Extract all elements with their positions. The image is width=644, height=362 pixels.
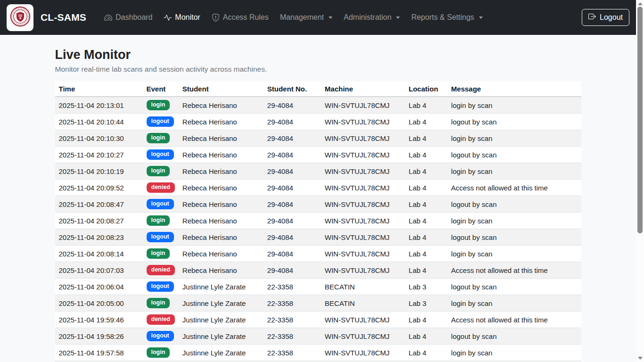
cell-machine: WIN-SVTUJL78CMJ [321, 213, 405, 229]
cell-student: Rebeca Herisano [179, 180, 264, 196]
cell-event: logout [143, 328, 179, 345]
chevron-down-icon [396, 16, 400, 19]
cell-event: login [143, 130, 179, 147]
table-row: 2025-11-04 20:08:27loginRebeca Herisano2… [55, 213, 581, 229]
table-row: 2025-11-04 19:57:58loginJustinne Lyle Za… [55, 345, 581, 361]
activity-icon [164, 14, 172, 22]
cell-time: 2025-11-04 20:08:23 [55, 229, 143, 246]
table-row: 2025-11-04 20:08:23logoutRebeca Herisano… [55, 229, 581, 246]
col-header-location: Location [405, 82, 447, 97]
cell-message: login by scan [447, 213, 581, 229]
table-row: 2025-11-04 20:10:30loginRebeca Herisano2… [55, 130, 581, 147]
page-title: Live Monitor [55, 47, 581, 62]
cell-time: 2025-11-04 20:08:27 [55, 213, 143, 229]
cell-location: Lab 4 [405, 196, 447, 213]
cell-location: Lab 4 [405, 262, 447, 279]
table-row: 2025-11-04 20:10:44logoutRebeca Herisano… [55, 114, 581, 130]
event-badge-logout: logout [147, 232, 174, 242]
chevron-down-icon [479, 16, 483, 19]
cell-student: Rebeca Herisano [179, 114, 264, 130]
cell-time: 2025-11-04 20:10:30 [55, 130, 143, 147]
cell-machine: WIN-SVTUJL78CMJ [321, 163, 405, 180]
cell-machine: WIN-SVTUJL78CMJ [321, 147, 405, 163]
cell-machine: WIN-SVTUJL78CMJ [321, 229, 405, 246]
cell-event: login [143, 97, 179, 114]
vertical-scrollbar[interactable] [636, 0, 644, 362]
cell-location: Lab 4 [405, 180, 447, 196]
event-badge-logout: logout [147, 281, 174, 292]
cell-student-no: 22-3358 [264, 312, 321, 328]
cell-student-no: 29-4084 [264, 130, 321, 147]
col-header-student: Student [179, 82, 264, 97]
cell-student: Justinne Lyle Zarate [179, 345, 264, 361]
cell-location: Lab 4 [405, 147, 447, 163]
cell-student-no: 29-4084 [264, 196, 321, 213]
cell-time: 2025-11-04 20:10:44 [55, 114, 143, 130]
cell-student-no: 29-4084 [264, 163, 321, 180]
cell-event: logout [143, 114, 179, 130]
table-row: 2025-11-04 19:58:26logoutJustinne Lyle Z… [55, 328, 581, 345]
event-badge-logout: logout [147, 149, 174, 160]
cell-event: logout [143, 196, 179, 213]
nav-item-management[interactable]: Management [274, 9, 338, 25]
event-badge-denied: denied [147, 182, 175, 193]
cell-location: Lab 4 [405, 163, 447, 180]
nav-item-administration[interactable]: Administration [338, 9, 405, 25]
cell-event: logout [143, 229, 179, 246]
nav-label: Management [280, 13, 324, 22]
cell-machine: WIN-SVTUJL78CMJ [321, 246, 405, 262]
cell-location: Lab 4 [405, 345, 447, 361]
event-badge-login: login [147, 100, 170, 110]
nav-item-monitor[interactable]: Monitor [158, 9, 206, 25]
monitor-table-body: 2025-11-04 20:13:01loginRebeca Herisano2… [55, 97, 581, 362]
cell-event: denied [143, 180, 179, 196]
event-badge-denied: denied [147, 265, 175, 275]
cell-student: Justinne Lyle Zarate [179, 312, 264, 328]
event-badge-login: login [147, 298, 170, 308]
scrollbar-down-arrow-icon[interactable] [638, 357, 643, 360]
table-row: 2025-11-04 20:06:04logoutJustinne Lyle Z… [55, 279, 581, 295]
cell-message: login by scan [447, 295, 581, 312]
cell-message: logout by scan [447, 229, 581, 246]
event-badge-denied: denied [147, 314, 175, 325]
cell-message: Access not allowed at this time [447, 262, 581, 279]
seal-icon [9, 6, 31, 29]
event-badge-login: login [147, 166, 170, 176]
cell-message: login by scan [447, 246, 581, 262]
cell-message: logout by scan [447, 114, 581, 130]
event-badge-login: login [147, 215, 170, 226]
live-monitor-table: Time Event Student Student No. Machine L… [55, 82, 581, 362]
app-viewport: CL-SAMS Dashboard Monitor [0, 0, 636, 362]
cell-message: logout by scan [447, 328, 581, 345]
nav-item-dashboard[interactable]: Dashboard [99, 9, 158, 25]
scrollbar-thumb[interactable] [637, 7, 643, 233]
nav-item-access-rules[interactable]: Access Rules [206, 9, 274, 25]
cell-machine: WIN-SVTUJL78CMJ [321, 180, 405, 196]
logout-button[interactable]: Logout [582, 9, 629, 26]
nav-label: Access Rules [223, 13, 269, 22]
scrollbar-up-arrow-icon[interactable] [638, 2, 643, 5]
cell-student: Justinne Lyle Zarate [179, 328, 264, 345]
university-seal-logo[interactable] [7, 4, 33, 31]
cell-message: logout by scan [447, 279, 581, 295]
nav-item-reports-settings[interactable]: Reports & Settings [405, 9, 488, 25]
cell-student: Rebeca Herisano [179, 97, 264, 114]
app-brand[interactable]: CL-SAMS [41, 12, 86, 23]
cell-event: login [143, 295, 179, 312]
main-nav: Dashboard Monitor Access Rules [99, 9, 488, 25]
cell-student-no: 22-3358 [264, 345, 321, 361]
col-header-time: Time [55, 82, 143, 97]
nav-label: Administration [344, 13, 391, 22]
nav-label: Monitor [175, 13, 200, 22]
cell-message: logout by scan [447, 196, 581, 213]
cell-message: login by scan [447, 130, 581, 147]
table-row: 2025-11-04 20:13:01loginRebeca Herisano2… [55, 97, 581, 114]
cell-time: 2025-11-04 19:58:26 [55, 328, 143, 345]
cell-student: Rebeca Herisano [179, 213, 264, 229]
event-badge-logout: logout [147, 116, 174, 127]
table-row: 2025-11-04 20:08:14loginRebeca Herisano2… [55, 246, 581, 262]
cell-student: Rebeca Herisano [179, 130, 264, 147]
cell-message: login by scan [447, 97, 581, 114]
cell-message: login by scan [447, 163, 581, 180]
event-badge-login: login [147, 248, 170, 259]
